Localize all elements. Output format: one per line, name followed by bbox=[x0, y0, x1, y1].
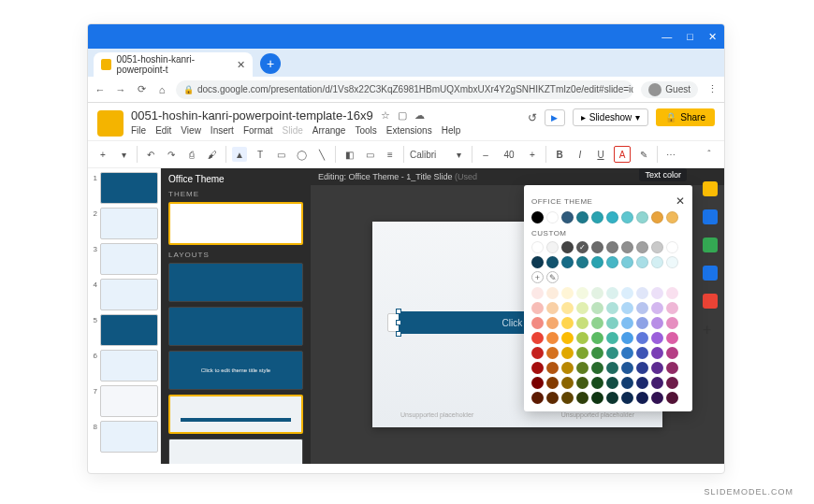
menu-view[interactable]: View bbox=[181, 125, 201, 136]
popover-close-button[interactable]: ✕ bbox=[676, 194, 686, 208]
menu-tools[interactable]: Tools bbox=[355, 125, 376, 136]
color-swatch[interactable] bbox=[546, 241, 559, 253]
menu-file[interactable]: File bbox=[131, 125, 146, 136]
menu-edit[interactable]: Edit bbox=[155, 125, 171, 136]
layout-card-1[interactable] bbox=[168, 263, 303, 302]
color-swatch[interactable] bbox=[606, 241, 618, 253]
thumbnail-7[interactable]: 7 bbox=[90, 385, 158, 417]
color-swatch[interactable] bbox=[546, 377, 559, 389]
color-swatch[interactable] bbox=[576, 317, 589, 329]
color-swatch[interactable] bbox=[561, 317, 574, 329]
color-swatch[interactable] bbox=[591, 287, 603, 299]
menu-arrange[interactable]: Arrange bbox=[313, 125, 346, 136]
fill-color-button[interactable]: ◧ bbox=[342, 147, 356, 162]
color-swatch[interactable] bbox=[621, 392, 633, 404]
color-swatch[interactable] bbox=[606, 302, 618, 314]
nav-back-button[interactable]: ← bbox=[94, 84, 107, 95]
color-swatch[interactable] bbox=[621, 302, 633, 314]
color-swatch[interactable] bbox=[576, 241, 589, 253]
font-size-input[interactable]: 40 bbox=[499, 150, 519, 160]
window-close-button[interactable]: ✕ bbox=[708, 31, 717, 43]
color-swatch[interactable] bbox=[591, 362, 603, 374]
color-swatch[interactable] bbox=[531, 392, 544, 404]
color-swatch[interactable] bbox=[651, 347, 663, 359]
layout-card-2[interactable] bbox=[168, 307, 303, 346]
color-swatch[interactable] bbox=[606, 211, 618, 223]
color-swatch[interactable] bbox=[606, 256, 618, 268]
font-size-increase[interactable]: + bbox=[525, 147, 540, 162]
color-swatch[interactable] bbox=[561, 332, 574, 344]
color-swatch[interactable] bbox=[546, 287, 559, 299]
color-swatch[interactable] bbox=[651, 317, 663, 329]
color-swatch[interactable] bbox=[636, 317, 648, 329]
color-swatch[interactable] bbox=[576, 256, 589, 268]
highlight-button[interactable]: ✎ bbox=[636, 147, 651, 162]
color-swatch[interactable] bbox=[591, 347, 603, 359]
theme-master-card[interactable] bbox=[168, 202, 303, 245]
keep-icon[interactable] bbox=[703, 209, 718, 224]
color-swatch[interactable] bbox=[546, 392, 559, 404]
color-swatch[interactable] bbox=[606, 362, 618, 374]
color-swatch[interactable] bbox=[576, 377, 589, 389]
color-swatch[interactable] bbox=[621, 347, 633, 359]
thumbnail-2[interactable]: 2 bbox=[90, 208, 158, 239]
color-swatch[interactable] bbox=[621, 332, 633, 344]
color-swatch[interactable] bbox=[666, 317, 678, 329]
color-swatch[interactable] bbox=[606, 287, 618, 299]
color-swatch[interactable] bbox=[531, 256, 544, 268]
color-swatch[interactable] bbox=[576, 302, 589, 314]
color-swatch[interactable] bbox=[531, 287, 544, 299]
color-swatch[interactable] bbox=[561, 377, 574, 389]
color-swatch[interactable] bbox=[621, 362, 633, 374]
color-swatch[interactable] bbox=[561, 241, 574, 253]
profile-chip[interactable]: Guest bbox=[641, 81, 698, 98]
border-weight-button[interactable]: ≡ bbox=[383, 147, 398, 162]
color-swatch[interactable] bbox=[561, 347, 574, 359]
color-swatch[interactable] bbox=[561, 362, 574, 374]
layout-card-5[interactable] bbox=[168, 439, 303, 464]
meet-button[interactable]: ▶ bbox=[545, 109, 565, 126]
color-swatch[interactable] bbox=[666, 256, 678, 268]
resize-handle[interactable] bbox=[396, 320, 401, 325]
border-color-button[interactable]: ▭ bbox=[362, 147, 377, 162]
url-input[interactable]: 🔒 docs.google.com/presentation/d/1Vs8x22… bbox=[176, 80, 633, 99]
color-swatch[interactable] bbox=[606, 332, 618, 344]
add-custom-color-button[interactable]: + bbox=[531, 271, 544, 283]
nav-reload-button[interactable]: ⟳ bbox=[135, 83, 148, 95]
resize-handle[interactable] bbox=[396, 309, 401, 314]
font-size-decrease[interactable]: – bbox=[478, 147, 493, 162]
italic-button[interactable]: I bbox=[573, 147, 588, 162]
color-swatch[interactable] bbox=[666, 241, 678, 253]
undo-button[interactable]: ↶ bbox=[143, 147, 158, 162]
color-swatch[interactable] bbox=[666, 332, 678, 344]
new-slide-button[interactable]: + bbox=[95, 147, 110, 162]
color-swatch[interactable] bbox=[651, 287, 663, 299]
select-tool[interactable]: ▲ bbox=[232, 147, 247, 162]
new-slide-caret[interactable]: ▾ bbox=[116, 147, 131, 162]
color-swatch[interactable] bbox=[561, 392, 574, 404]
color-swatch[interactable] bbox=[576, 392, 589, 404]
color-swatch[interactable] bbox=[636, 377, 648, 389]
color-swatch[interactable] bbox=[636, 347, 648, 359]
window-minimize-button[interactable]: — bbox=[661, 31, 672, 42]
line-tool[interactable]: ╲ bbox=[314, 147, 329, 162]
move-folder-button[interactable]: ▢ bbox=[398, 109, 407, 122]
color-swatch[interactable] bbox=[636, 241, 648, 253]
color-swatch[interactable] bbox=[546, 347, 559, 359]
color-swatch[interactable] bbox=[576, 287, 589, 299]
color-swatch[interactable] bbox=[561, 302, 574, 314]
shape-tool[interactable]: ◯ bbox=[294, 147, 309, 162]
window-maximize-button[interactable]: □ bbox=[687, 31, 693, 42]
color-swatch[interactable] bbox=[666, 302, 678, 314]
color-swatch[interactable] bbox=[636, 332, 648, 344]
color-swatch[interactable] bbox=[621, 211, 633, 223]
more-tools-button[interactable]: ⋯ bbox=[663, 147, 678, 162]
color-swatch[interactable] bbox=[651, 362, 663, 374]
color-swatch[interactable] bbox=[621, 287, 633, 299]
color-swatch[interactable] bbox=[591, 392, 603, 404]
color-swatch[interactable] bbox=[531, 241, 544, 253]
thumbnail-3[interactable]: 3 bbox=[90, 243, 158, 275]
color-swatch[interactable] bbox=[561, 211, 574, 223]
collapse-toolbar-button[interactable]: ˆ bbox=[702, 147, 717, 162]
color-swatch[interactable] bbox=[636, 362, 648, 374]
